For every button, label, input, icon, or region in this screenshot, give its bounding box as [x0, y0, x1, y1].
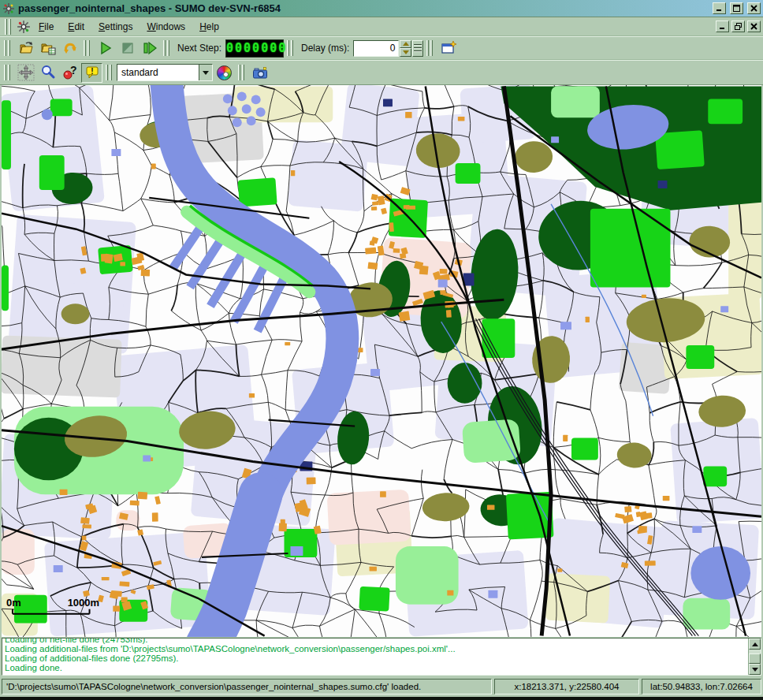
new-view-button[interactable] [437, 39, 459, 58]
mdi-restore-button[interactable] [731, 20, 745, 32]
window-title: passenger_nointernal_shapes - SUMO dev-S… [18, 2, 709, 14]
menu-bar: File Edit Settings Windows Help [0, 17, 763, 36]
combo-dropdown-button[interactable] [199, 65, 212, 80]
simulation-toolbar: Next Step: 0000000 Delay (ms): 0 [0, 36, 763, 60]
snapshot-button[interactable] [249, 63, 270, 83]
tooltip-bubble-icon: ! [84, 65, 100, 80]
color-scheme-combobox[interactable]: standard [117, 64, 213, 81]
app-window: passenger_nointernal_shapes - SUMO dev-S… [0, 0, 763, 700]
close-icon [750, 5, 757, 12]
open-config-button[interactable] [15, 39, 36, 58]
step-icon [142, 40, 158, 56]
next-step-label: Next Step: [174, 43, 225, 54]
play-icon [98, 40, 114, 56]
cursor-xy-readout: x:18213.371, y:22580.404 [494, 679, 639, 694]
menu-file[interactable]: File [32, 19, 60, 35]
recenter-icon [17, 64, 35, 81]
magnifier-icon [40, 65, 56, 80]
log-line: Loading additional-files from 'D:\projec… [5, 644, 758, 653]
map-view-frame: 0m1000m [0, 85, 763, 637]
scroll-up-button[interactable] [749, 639, 761, 650]
camera-icon [252, 65, 268, 80]
edit-coloring-button[interactable] [214, 63, 235, 83]
stop-button[interactable] [117, 39, 138, 58]
toolbar-grip[interactable] [238, 65, 246, 80]
menu-settings[interactable]: Settings [92, 19, 139, 35]
view-toolbar: ? ! standard [0, 60, 763, 85]
toolbar-grip[interactable] [426, 40, 434, 56]
mdi-minimize-button[interactable] [716, 20, 729, 32]
mdi-restore-icon [735, 23, 742, 30]
menu-help[interactable]: Help [193, 19, 225, 35]
log-line: Loading of additional-files done (22795m… [5, 653, 758, 663]
toolbar-grip[interactable] [4, 40, 12, 56]
recenter-button[interactable] [15, 63, 36, 83]
color-wheel-icon [217, 65, 232, 80]
message-log[interactable]: Loading of net-file done (24753ms). Load… [2, 638, 761, 676]
maximize-icon [733, 5, 740, 12]
app-icon [2, 2, 15, 15]
svg-text:!: ! [91, 67, 93, 76]
stop-icon [120, 40, 136, 56]
open-folder-icon [18, 40, 34, 56]
toolbar-grip[interactable] [163, 40, 171, 56]
delay-input[interactable]: 0 [353, 40, 399, 57]
delay-spin-down-button[interactable] [400, 48, 411, 57]
map-canvas[interactable]: 0m1000m [2, 85, 761, 637]
menu-edit[interactable]: Edit [61, 19, 91, 35]
mdi-close-button[interactable] [747, 20, 761, 32]
log-line: Loading of net-file done (24753ms). [5, 638, 758, 644]
step-button[interactable] [139, 39, 160, 58]
toolbar-grip[interactable] [5, 19, 13, 35]
run-button[interactable] [95, 39, 116, 58]
open-folder-plus-icon [40, 40, 56, 56]
toolbar-grip[interactable] [84, 40, 91, 56]
delay-dial[interactable] [412, 40, 423, 57]
new-window-icon [441, 40, 456, 56]
title-bar: passenger_nointernal_shapes - SUMO dev-S… [0, 0, 763, 17]
message-log-frame: Loading of net-file done (24753ms). Load… [0, 637, 763, 676]
close-button[interactable] [747, 2, 761, 14]
toolbar-grip[interactable] [4, 65, 12, 80]
mdi-minimize-icon [719, 23, 726, 30]
tooltip-toggle-button[interactable]: ! [81, 63, 102, 83]
scale-start-label: 0m [6, 597, 21, 609]
toolbar-grip[interactable] [287, 40, 295, 56]
svg-text:?: ? [70, 65, 77, 76]
spin-up-icon [403, 42, 409, 46]
delay-spinner [400, 40, 411, 57]
step-counter-lcd: 0000000 [225, 39, 284, 58]
reload-button[interactable] [59, 39, 80, 58]
locate-button[interactable]: ? [59, 63, 80, 83]
sumo-logo-icon [17, 20, 31, 34]
mdi-close-icon [750, 23, 757, 30]
scroll-down-button[interactable] [749, 664, 761, 675]
scroll-thumb[interactable] [749, 653, 761, 664]
cursor-latlon-readout: lat:50.94833, lon:7.02664 [642, 679, 761, 694]
log-scrollbar[interactable] [748, 639, 761, 675]
window-bottom-edge [0, 697, 763, 700]
zoom-button[interactable] [37, 63, 58, 83]
minimize-button[interactable] [713, 2, 726, 14]
delay-spin-up-button[interactable] [400, 40, 411, 49]
status-bar: 'D:\projects\sumo\TAPASCologne\network_c… [0, 676, 763, 697]
delay-label: Delay (ms): [298, 43, 352, 54]
log-line: Loading done. [5, 663, 758, 672]
reload-icon [62, 40, 78, 56]
toolbar-grip[interactable] [106, 65, 114, 80]
spin-down-icon [403, 50, 409, 54]
minimize-icon [716, 5, 723, 12]
scale-end-label: 1000m [68, 597, 99, 609]
chevron-down-icon [203, 71, 209, 75]
scroll-up-icon [752, 642, 758, 646]
scroll-down-icon [752, 668, 758, 672]
question-locate-icon: ? [62, 65, 78, 80]
status-message: 'D:\projects\sumo\TAPASCologne\network_c… [2, 679, 492, 694]
open-additional-button[interactable] [37, 39, 58, 58]
color-scheme-value: standard [117, 65, 199, 80]
menu-windows[interactable]: Windows [140, 19, 192, 35]
maximize-button[interactable] [730, 2, 743, 14]
